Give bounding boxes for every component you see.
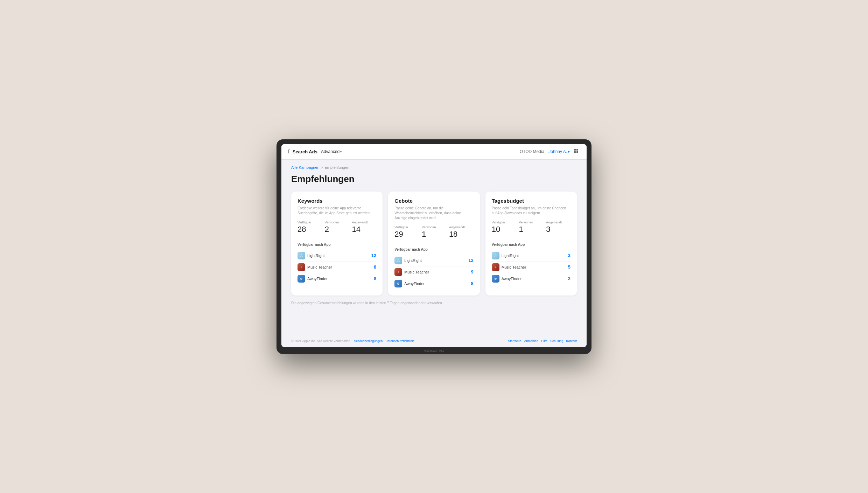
app-info: △ LightRight: [298, 252, 325, 259]
stat-label: Verfügbar: [298, 221, 322, 224]
app-row: △ LightRight 3: [492, 250, 570, 262]
app-icon-awayfinder: ⊕: [492, 275, 499, 283]
app-info: ♪ Music Teacher: [298, 263, 332, 271]
app-count: 2: [568, 276, 570, 281]
stat-item: Verworfen 1: [422, 225, 446, 239]
app-info: ⊕ AwayFinder: [394, 280, 425, 287]
app-info: ⊕ AwayFinder: [492, 275, 522, 283]
app-row: ♪ Music Teacher 5: [492, 262, 570, 273]
app-count: 8: [471, 281, 473, 286]
stat-label: Angewandt: [449, 225, 474, 229]
section-label: Verfügbar nach App: [298, 243, 376, 246]
startseite-link[interactable]: Startseite: [508, 339, 521, 343]
app-info: ♪ Music Teacher: [394, 268, 429, 276]
brand-name: Search Ads: [293, 149, 317, 154]
content-area: Alle Kampagnen > Empfehlungen Empfehlung…: [281, 160, 587, 335]
kontakt-link[interactable]: Kontakt: [566, 339, 577, 343]
divider: [394, 244, 473, 244]
navbar:  Search Ads Advanced ▾ OTOD Media Johnn…: [281, 144, 587, 160]
app-icon-musicteacher: ♪: [298, 263, 305, 271]
cards-grid: Keywords Entdecke weitere für deine App …: [291, 192, 577, 296]
breadcrumb-parent[interactable]: Alle Kampagnen: [291, 165, 320, 169]
app-icon-musicteacher: ♪: [492, 263, 499, 271]
breadcrumb-separator: >: [321, 165, 323, 169]
app-row: ⊕ AwayFinder 2: [492, 273, 570, 284]
app-count: 8: [374, 276, 376, 281]
stat-item: Verfügbar 28: [298, 221, 322, 234]
app-name: LightRight: [502, 254, 519, 258]
stat-value: 3: [546, 225, 570, 234]
card-desc: Passe dein Tagesbudget an, um deine Chan…: [492, 206, 570, 216]
stat-label: Angewandt: [352, 221, 377, 224]
section-label: Verfügbar nach App: [394, 248, 473, 251]
app-name: AwayFinder: [404, 282, 425, 286]
app-row: ⊕ AwayFinder 8: [298, 273, 376, 284]
divider: [298, 239, 376, 239]
datenschutz-link[interactable]: Datenschutzrichtlinie: [385, 339, 414, 343]
stat-item: Angewandt 3: [546, 221, 570, 234]
stats-row: Verfügbar 28 Verworfen 2 Angewandt 14: [298, 221, 376, 234]
app-icon-musicteacher: ♪: [394, 268, 402, 276]
app-name: AwayFinder: [307, 277, 328, 281]
app-row: △ LightRight 12: [298, 250, 376, 262]
app-name: Music Teacher: [404, 270, 429, 274]
breadcrumb-current: Empfehlungen: [324, 165, 349, 169]
stat-value: 14: [352, 225, 377, 234]
org-name: OTOD Media: [520, 149, 544, 154]
app-name: LightRight: [307, 254, 325, 258]
stat-value: 1: [422, 230, 446, 239]
footer-left: © 2024 Apple Inc. Alle Rechte vorbehalte…: [291, 339, 414, 343]
card-title: Keywords: [298, 198, 376, 204]
app-icon-lightright: △: [394, 257, 402, 264]
section-label: Verfügbar nach App: [492, 243, 570, 246]
copyright-text: © 2024 Apple Inc. Alle Rechte vorbehalte…: [291, 339, 351, 343]
laptop-bottom: [281, 347, 587, 354]
app-name: LightRight: [404, 258, 422, 263]
app-info: ⊕ AwayFinder: [298, 275, 328, 283]
app-info: △ LightRight: [394, 257, 422, 264]
card-gebote: Gebote Passe deine Gebote an, um die Wah…: [388, 192, 479, 296]
abmelden-link[interactable]: Abmelden: [524, 339, 538, 343]
stat-value: 10: [492, 225, 516, 234]
card-title: Gebote: [394, 198, 473, 204]
divider: [492, 239, 570, 239]
footer-note: Die angezeigten Gesamtempfehlungen wurde…: [291, 301, 577, 305]
stat-value: 29: [394, 230, 419, 239]
stat-item: Verfügbar 29: [394, 225, 419, 239]
card-keywords: Keywords Entdecke weitere für deine App …: [291, 192, 383, 296]
stat-item: Angewandt 18: [449, 225, 474, 239]
hilfe-link[interactable]: Hilfe: [541, 339, 547, 343]
page-footer: © 2024 Apple Inc. Alle Rechte vorbehalte…: [281, 335, 587, 347]
stat-value: 1: [519, 225, 543, 234]
app-info: △ LightRight: [492, 252, 519, 259]
stats-row: Verfügbar 10 Verworfen 1 Angewandt 3: [492, 221, 570, 234]
card-title: Tagesbudget: [492, 198, 570, 204]
app-count: 3: [568, 253, 570, 258]
laptop-frame:  Search Ads Advanced ▾ OTOD Media Johnn…: [276, 139, 592, 354]
app-count: 12: [371, 253, 376, 258]
app-row: ♪ Music Teacher 8: [298, 262, 376, 273]
card-desc: Entdecke weitere für deine App relevante…: [298, 206, 376, 216]
breadcrumb: Alle Kampagnen > Empfehlungen: [291, 165, 577, 169]
schulung-link[interactable]: Schulung: [550, 339, 564, 343]
app-icon-lightright: △: [492, 252, 499, 259]
app-row: △ LightRight 12: [394, 255, 473, 266]
servicebedingungen-link[interactable]: Servicebedingungen: [354, 339, 383, 343]
stat-value: 2: [325, 225, 349, 234]
stats-row: Verfügbar 29 Verworfen 1 Angewandt 18: [394, 225, 473, 239]
user-chevron-icon: ▾: [568, 149, 570, 154]
footer-nav: Startseite Abmelden Hilfe Schulung Konta…: [508, 339, 577, 343]
stat-label: Angewandt: [546, 221, 570, 224]
app-info: ♪ Music Teacher: [492, 263, 526, 271]
grid-icon[interactable]: [574, 149, 580, 154]
stat-item: Verworfen 2: [325, 221, 349, 234]
stat-label: Verworfen: [519, 221, 543, 224]
stat-label: Verworfen: [325, 221, 349, 224]
user-menu-button[interactable]: Johnny A. ▾: [548, 149, 570, 154]
screen:  Search Ads Advanced ▾ OTOD Media Johnn…: [281, 144, 587, 347]
advanced-mode-button[interactable]: Advanced ▾: [319, 148, 344, 155]
app-row: ⊕ AwayFinder 8: [394, 278, 473, 289]
navbar-right: OTOD Media Johnny A. ▾: [520, 149, 580, 154]
app-name: AwayFinder: [502, 277, 522, 281]
app-name: Music Teacher: [307, 265, 332, 269]
